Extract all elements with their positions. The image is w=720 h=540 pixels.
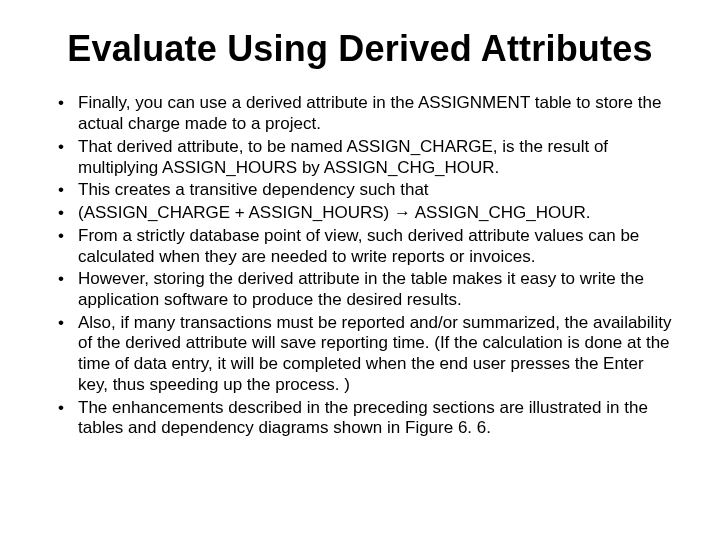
list-item: That derived attribute, to be named ASSI…	[52, 137, 676, 178]
bullet-list: Finally, you can use a derived attribute…	[40, 93, 680, 439]
list-item: (ASSIGN_CHARGE + ASSIGN_HOURS) → ASSIGN_…	[52, 203, 676, 224]
list-item: Finally, you can use a derived attribute…	[52, 93, 676, 134]
list-item: However, storing the derived attribute i…	[52, 269, 676, 310]
list-item: From a strictly database point of view, …	[52, 226, 676, 267]
slide-title: Evaluate Using Derived Attributes	[40, 28, 680, 69]
list-item: The enhancements described in the preced…	[52, 398, 676, 439]
list-item: Also, if many transactions must be repor…	[52, 313, 676, 396]
slide: Evaluate Using Derived Attributes Finall…	[0, 0, 720, 540]
list-item: This creates a transitive dependency suc…	[52, 180, 676, 201]
